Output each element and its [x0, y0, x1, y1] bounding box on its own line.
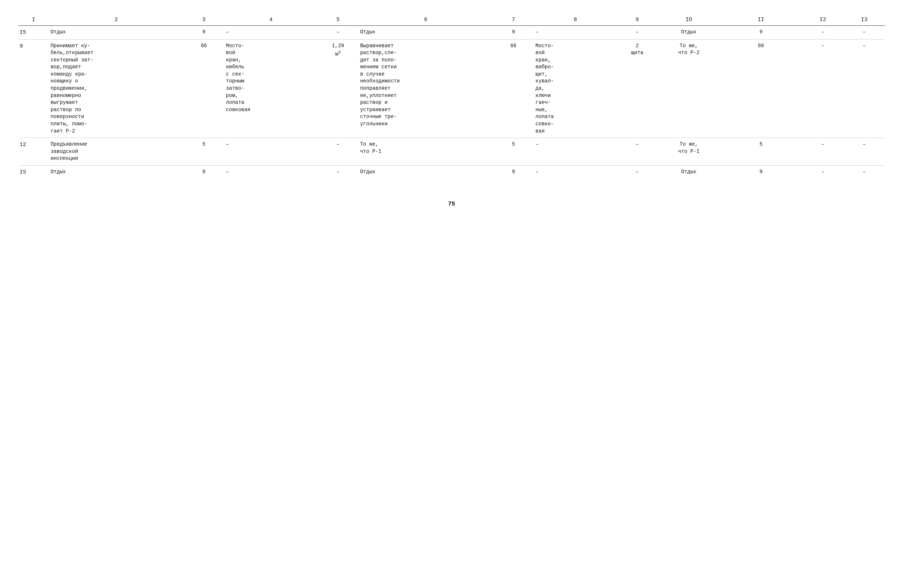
cell-r1-c7: 2 щита	[617, 39, 658, 138]
cell-r3-c11: –	[843, 166, 885, 179]
cell-r3-c6: –	[534, 166, 617, 179]
cell-r0-c7: –	[617, 25, 658, 39]
cell-r1-c11: –	[843, 39, 885, 138]
cell-r2-c10: –	[802, 138, 844, 166]
header-col-12: I3	[843, 14, 885, 25]
header-col-8: 9	[617, 14, 658, 25]
cell-r0-c1: 9	[183, 25, 225, 39]
header-col-4: 5	[317, 14, 359, 25]
cell-r1-c5: 66	[493, 39, 534, 138]
cell-r0-c8: Отдых	[658, 25, 719, 39]
cell-r0-c2: –	[225, 25, 318, 39]
header-col-3: 4	[225, 14, 318, 25]
cell-r3-c4: Отдых	[359, 166, 493, 179]
header-col-10: II	[720, 14, 802, 25]
cell-r1-c0: Принимает ку- бель,открывает секторный з…	[49, 39, 183, 138]
cell-r0-c3: –	[317, 25, 359, 39]
cell-r3-c9: 9	[720, 166, 802, 179]
page-container: I23456789IOIII2I3I5Отдых9––Отдых9––Отдых…	[18, 14, 885, 207]
header-col-7: 8	[534, 14, 617, 25]
cell-r0-c4: Отдых	[359, 25, 493, 39]
cell-r0-c6: –	[534, 25, 617, 39]
header-col-6: 7	[493, 14, 534, 25]
cell-r0-c10: –	[802, 25, 844, 39]
cell-r1-c8: То же, что Р-2	[658, 39, 719, 138]
table-row: I5Отдых9––Отдых9––Отдых9––	[18, 166, 885, 179]
cell-r3-c7: –	[617, 166, 658, 179]
cell-r1-c9: 66	[720, 39, 802, 138]
cell-r2-c8: То же, что Р-I	[658, 138, 719, 166]
table-row: 9Принимает ку- бель,открывает секторный …	[18, 39, 885, 138]
cell-r2-c5: 5	[493, 138, 534, 166]
row-number-0: I5	[18, 25, 49, 39]
table-row: I5Отдых9––Отдых9––Отдых9––	[18, 25, 885, 39]
cell-r1-c10: –	[802, 39, 844, 138]
row-number-3: I5	[18, 166, 49, 179]
cell-r2-c4: То же, что Р-I	[359, 138, 493, 166]
cell-r0-c11: –	[843, 25, 885, 39]
header-col-11: I2	[802, 14, 844, 25]
cell-r0-c0: Отдых	[49, 25, 183, 39]
cell-r2-c0: Предъявление заводской инспекции	[49, 138, 183, 166]
header-col-2: 3	[183, 14, 225, 25]
cell-r3-c1: 9	[183, 166, 225, 179]
main-table: I23456789IOIII2I3I5Отдых9––Отдых9––Отдых…	[18, 14, 885, 179]
cell-r1-c3: 1,29м3	[317, 39, 359, 138]
cell-r1-c2: Мосто- вой кран, кюбель с сек- торным за…	[225, 39, 318, 138]
cell-r0-c5: 9	[493, 25, 534, 39]
table-row: 12Предъявление заводской инспекции5––То …	[18, 138, 885, 166]
cell-r3-c5: 9	[493, 166, 534, 179]
header-col-0: I	[18, 14, 49, 25]
header-row: I23456789IOIII2I3	[18, 14, 885, 25]
cell-r1-c4: Выравнивает раствор,сле- дит за поло- же…	[359, 39, 493, 138]
cell-r3-c2: –	[225, 166, 318, 179]
cell-r3-c10: –	[802, 166, 844, 179]
header-col-9: IO	[658, 14, 719, 25]
cell-r2-c2: –	[225, 138, 318, 166]
header-col-1: 2	[49, 14, 183, 25]
cell-r3-c3: –	[317, 166, 359, 179]
cell-r2-c9: 5	[720, 138, 802, 166]
cell-r2-c7: –	[617, 138, 658, 166]
cell-r3-c8: Отдых	[658, 166, 719, 179]
page-number: 75	[18, 201, 885, 207]
cell-r1-c6: Мосто- вой кран, вибро- щит, кувал- да, …	[534, 39, 617, 138]
row-number-1: 9	[18, 39, 49, 138]
cell-r3-c0: Отдых	[49, 166, 183, 179]
cell-r2-c1: 5	[183, 138, 225, 166]
cell-r1-c1: 66	[183, 39, 225, 138]
cell-r2-c3: –	[317, 138, 359, 166]
cell-r2-c11: –	[843, 138, 885, 166]
header-col-5: 6	[359, 14, 493, 25]
cell-r0-c9: 9	[720, 25, 802, 39]
cell-r2-c6: –	[534, 138, 617, 166]
row-number-2: 12	[18, 138, 49, 166]
